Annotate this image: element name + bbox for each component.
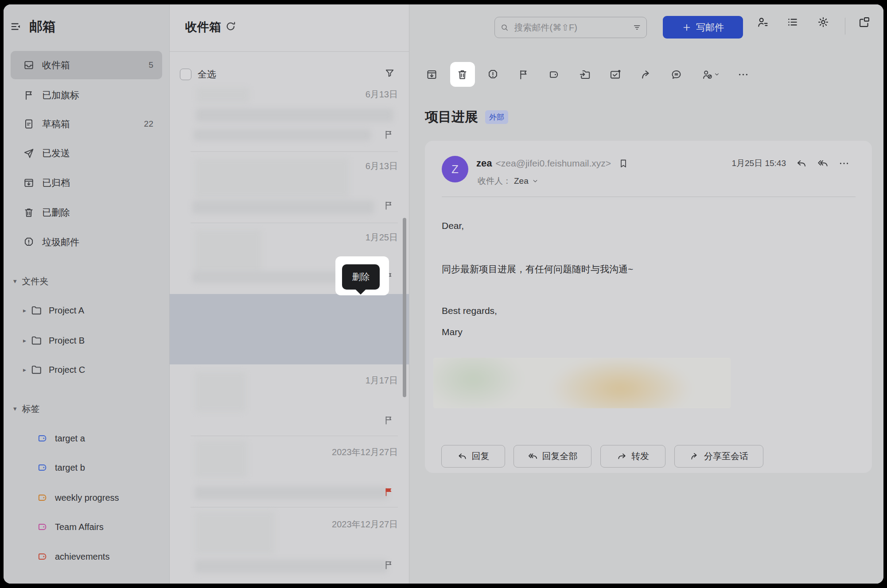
toolbar-flag-button[interactable] [514,65,533,84]
collapse-triangle-icon: ▾ [13,277,17,285]
flag-icon[interactable] [383,560,394,570]
reply-button[interactable]: 回复 [441,445,505,468]
sidebar-item-label: 草稿箱 [42,118,144,130]
sidebar-item-drafts[interactable]: 草稿箱 22 [11,110,162,138]
settings-button[interactable] [817,16,829,28]
search-box[interactable] [494,17,647,38]
sender-name[interactable]: zea [476,158,492,169]
contacts-button[interactable] [756,16,769,28]
sender-avatar[interactable]: Z [442,156,468,182]
blurred-preview [195,486,388,499]
sidebar-folder-project-c[interactable]: ▸ Project C [23,362,85,377]
archive-icon [23,177,35,189]
reply-icon[interactable] [796,158,807,169]
mail-date: 2023年12月27日 [332,518,398,530]
red-flag-icon[interactable] [383,487,394,497]
folder-label: Project B [49,336,85,346]
share-to-chat-button[interactable]: 分享至会话 [674,445,763,468]
expand-triangle-icon: ▸ [23,366,26,373]
collapse-triangle-icon: ▾ [13,405,17,413]
toolbar-trash-button[interactable] [452,65,472,84]
blurred-content [195,372,246,412]
mail-list-column: 收件箱 全选 6月13日 6月13日 1月25日 [170,4,409,584]
folders-section-header[interactable]: ▾ 文件夹 [13,275,49,288]
popout-button[interactable] [858,16,871,28]
select-all-checkbox[interactable] [180,69,191,80]
reading-pane: 写邮件 项目进展 外部 Z zea [409,4,883,584]
reply-all-icon[interactable] [817,158,829,169]
sidebar-label-team-affairs[interactable]: Team Affairs [37,519,104,534]
toolbar-archive-button[interactable] [422,65,441,84]
sidebar-label-target-a[interactable]: target a [37,431,85,446]
sidebar-item-label: 已发送 [42,147,162,159]
toolbar-comment-button[interactable] [666,65,686,84]
toolbar-more-button[interactable] [733,65,753,84]
sidebar-item-label: 已加旗标 [42,89,162,101]
forward-icon [617,451,627,461]
label-name: target a [55,433,85,444]
more-icon[interactable] [838,158,850,169]
delete-tooltip: 删除 [342,264,380,290]
tag-icon [37,551,48,562]
recipient-value[interactable]: Zea [514,176,529,186]
flag-icon[interactable] [383,415,394,426]
mail-app-window: 邮箱 收件箱 5 已加旗标 草稿箱 22 已发送 已归档 已删除 [4,4,883,584]
sidebar-item-inbox[interactable]: 收件箱 5 [11,51,162,79]
toolbar-spam-button[interactable] [483,65,502,84]
sidebar-label-target-b[interactable]: target b [37,460,85,475]
label-name: target b [55,463,85,473]
list-view-button[interactable] [786,16,799,28]
sidebar: 邮箱 收件箱 5 已加旗标 草稿箱 22 已发送 已归档 已删除 [4,4,170,584]
sender-address[interactable]: <zea@jifei0.feishumail.xyz> [495,158,611,169]
sidebar-folder-project-b[interactable]: ▸ Project B [23,333,85,348]
blurred-subject [196,108,393,122]
draft-count: 22 [144,119,153,129]
sidebar-item-sent[interactable]: 已发送 [11,139,162,167]
sidebar-label-weekly-progress[interactable]: weekly progress [37,490,119,505]
toolbar-mark-read-button[interactable] [605,65,625,84]
toolbar-share-button[interactable] [636,65,655,84]
sidebar-item-archived[interactable]: 已归档 [11,169,162,197]
folder-label: Project A [49,306,84,316]
bookmark-icon[interactable] [618,158,629,169]
sidebar-item-deleted[interactable]: 已删除 [11,198,162,227]
label-name: Team Affairs [55,522,104,532]
toolbar-move-folder-button[interactable] [575,65,594,84]
sidebar-folder-project-a[interactable]: ▸ Project A [23,303,84,318]
forward-label: 转发 [631,450,649,462]
search-filter-icon[interactable] [633,22,642,33]
collapse-sidebar-icon[interactable] [10,20,22,33]
body-line: 同步最新项目进展，有任何问题随时与我沟通~ [442,263,633,275]
tag-icon [37,521,48,533]
toolbar-tag-button[interactable] [544,65,564,84]
reply-all-label: 回复全部 [542,450,578,462]
plus-icon [682,23,692,32]
flag-icon [23,89,35,101]
compose-button[interactable]: 写邮件 [663,16,743,39]
blurred-content [195,230,261,273]
toolbar-delegate-button[interactable] [697,65,724,84]
reply-all-button[interactable]: 回复全部 [514,445,591,468]
list-header-divider [170,51,409,52]
trash-icon [23,207,35,218]
chevron-down-icon[interactable] [531,177,539,185]
sidebar-label-achievements[interactable]: achievements [37,549,109,564]
refresh-button[interactable] [225,20,237,32]
share-icon [689,451,700,461]
sidebar-item-label: 已删除 [42,206,162,219]
list-scrollbar[interactable] [403,218,406,397]
sidebar-item-flagged[interactable]: 已加旗标 [11,81,162,109]
search-icon [500,22,509,33]
forward-button[interactable]: 转发 [600,445,665,468]
folder-label: Project C [49,365,85,375]
list-filter-button[interactable] [384,68,395,79]
labels-section-header[interactable]: ▾ 标签 [13,402,40,415]
search-input[interactable] [514,22,633,33]
sidebar-item-spam[interactable]: 垃圾邮件 [11,228,162,256]
item-divider [191,436,398,436]
mail-list-item-selected[interactable]: zea 项目进展 Dear, 同步最新项目进展，有任何问题随... [170,294,409,364]
blurred-content [195,511,275,554]
flag-icon[interactable] [383,129,394,140]
tag-icon [37,433,48,444]
flag-icon[interactable] [383,200,394,211]
